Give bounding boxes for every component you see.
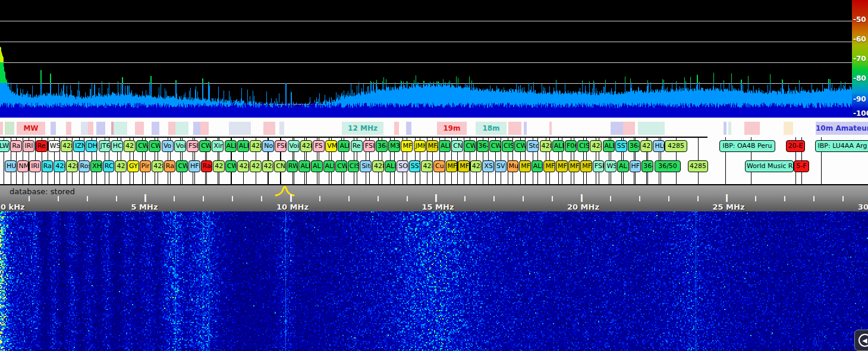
dx-label[interactable]: FSK — [275, 140, 287, 152]
dx-label[interactable]: MFA — [580, 160, 592, 172]
dx-label[interactable]: CW — [225, 160, 237, 172]
dx-label[interactable]: 42 — [250, 160, 262, 172]
dx-label[interactable]: 428 — [237, 160, 249, 172]
dx-label[interactable]: Ra — [164, 160, 176, 172]
dx-label[interactable]: 36- — [628, 140, 640, 152]
dx-label[interactable]: IRI — [29, 160, 41, 172]
dx-label[interactable]: 428 — [66, 160, 78, 172]
dx-label[interactable]: ALE — [552, 140, 564, 152]
control-panel-toggle-button[interactable]: ◀ — [854, 330, 868, 351]
dx-label[interactable]: WS — [48, 140, 60, 152]
dx-label[interactable]: CW — [489, 140, 501, 152]
dx-label[interactable]: 428 — [152, 160, 163, 172]
dx-label[interactable]: Pir — [140, 160, 152, 172]
dx-label[interactable]: HFI — [188, 160, 200, 172]
spectrum-canvas[interactable] — [0, 0, 852, 118]
dx-label[interactable]: RC — [103, 160, 115, 172]
dx-label[interactable]: Sto — [527, 140, 539, 152]
dx-label[interactable]: Mus — [507, 160, 519, 172]
dx-label[interactable]: CW — [149, 140, 161, 152]
dx-label[interactable]: CIS — [348, 160, 360, 172]
dx-label[interactable]: ALI — [439, 140, 451, 152]
dx-label[interactable]: MFA — [568, 160, 580, 172]
dx-label[interactable]: Ra — [10, 140, 22, 152]
dx-label[interactable]: XS — [482, 160, 494, 172]
dx-label[interactable]: ALE — [532, 160, 543, 172]
dx-label[interactable]: RW — [287, 160, 298, 172]
dx-label[interactable]: MFA — [426, 140, 438, 152]
dx-label[interactable]: JMH — [414, 140, 426, 152]
dx-label[interactable]: 428 — [540, 140, 552, 152]
dx-label[interactable]: XH — [90, 160, 102, 172]
dx-label[interactable]: VM — [325, 140, 337, 152]
dx-label[interactable]: 428 — [590, 140, 602, 152]
dx-label[interactable]: Rag — [201, 160, 213, 172]
dx-label[interactable]: IRI — [23, 140, 34, 152]
dx-label[interactable]: MF — [519, 160, 531, 172]
dx-label[interactable]: Voi — [174, 140, 186, 152]
dx-label[interactable]: M3 — [388, 140, 400, 152]
dx-label[interactable]: FSI — [363, 140, 375, 152]
dx-label[interactable]: Site — [360, 160, 372, 172]
dx-label[interactable]: 36- — [641, 160, 653, 172]
dx-label[interactable]: ALE — [298, 160, 310, 172]
dx-label[interactable]: IBP: LU4AA Arg — [815, 140, 868, 152]
dx-label[interactable]: MF — [458, 160, 470, 172]
dx-label[interactable]: SST — [615, 140, 627, 152]
dx-label[interactable]: 20-E — [786, 140, 805, 152]
dx-label[interactable]: F06a — [565, 140, 577, 152]
dx-label[interactable]: HFD — [630, 160, 641, 172]
dx-label[interactable]: 42 — [213, 160, 225, 172]
dx-label[interactable]: Cu — [433, 160, 445, 172]
dx-label[interactable]: CIS — [577, 140, 589, 152]
dx-label[interactable]: SO — [397, 160, 408, 172]
dx-label[interactable]: ALE — [338, 140, 350, 152]
dx-label[interactable]: CNP — [274, 160, 286, 172]
dx-label[interactable]: No — [262, 140, 274, 152]
dx-label[interactable]: 428 — [421, 160, 433, 172]
dx-label[interactable]: CW — [136, 140, 148, 152]
dx-label[interactable]: Voi — [288, 140, 300, 152]
dx-label[interactable]: MF — [401, 140, 413, 152]
dx-label[interactable]: 428 — [372, 160, 384, 172]
dx-label[interactable]: SST — [409, 160, 421, 172]
dx-label[interactable]: IBP: OA4B Peru — [719, 140, 775, 152]
dx-label[interactable]: FSK — [593, 160, 605, 172]
waterfall-canvas[interactable] — [0, 211, 868, 351]
dx-label[interactable]: NM — [17, 160, 29, 172]
dx-label[interactable]: MF — [556, 160, 568, 172]
dx-label[interactable]: 4285 — [688, 160, 708, 172]
dx-label[interactable]: 36- — [376, 140, 388, 152]
dx-label[interactable]: ALI — [225, 140, 237, 152]
dx-label[interactable]: ALI — [237, 140, 249, 152]
dx-label[interactable]: HU — [5, 160, 17, 172]
dx-label[interactable]: Ros — [78, 160, 90, 172]
dx-label[interactable]: ALI — [323, 160, 335, 172]
dx-label[interactable]: AL — [311, 160, 323, 172]
dx-label[interactable]: ALI — [385, 160, 397, 172]
dx-label[interactable]: FSI — [187, 140, 199, 152]
dx-label[interactable]: JT6 — [99, 140, 111, 152]
tuning-passband-marker[interactable] — [274, 186, 295, 197]
dx-label[interactable]: 428 — [470, 160, 482, 172]
dx-label[interactable]: GY — [127, 160, 139, 172]
dx-label[interactable]: Re — [351, 140, 363, 152]
dx-label[interactable]: 428 — [300, 140, 312, 152]
dx-label[interactable]: 42 — [124, 140, 136, 152]
dx-label[interactable]: MFA — [543, 160, 555, 172]
dx-label[interactable]: 42 — [115, 160, 127, 172]
frequency-scale[interactable]: database: stored 0 kHz5 MHz10 MHz15 MHz2… — [0, 184, 868, 211]
dx-label[interactable]: 5-F — [794, 160, 809, 172]
dx-label[interactable]: 36/50 — [655, 160, 681, 172]
dx-label[interactable]: HLO — [653, 140, 665, 152]
dx-label[interactable]: 36- — [477, 140, 489, 152]
dx-label[interactable]: CW — [514, 140, 526, 152]
dx-label[interactable]: Xin — [212, 140, 224, 152]
dx-label[interactable]: 428 — [61, 140, 73, 152]
spectrum-panel[interactable]: -50-60-70-80-90-100 — [0, 0, 868, 118]
dx-label[interactable]: CW — [464, 140, 476, 152]
dx-label[interactable]: 428 — [250, 140, 262, 152]
dx-label[interactable]: FS — [313, 140, 325, 152]
dx-label[interactable]: CN — [451, 140, 463, 152]
dx-label[interactable]: CW — [176, 160, 188, 172]
